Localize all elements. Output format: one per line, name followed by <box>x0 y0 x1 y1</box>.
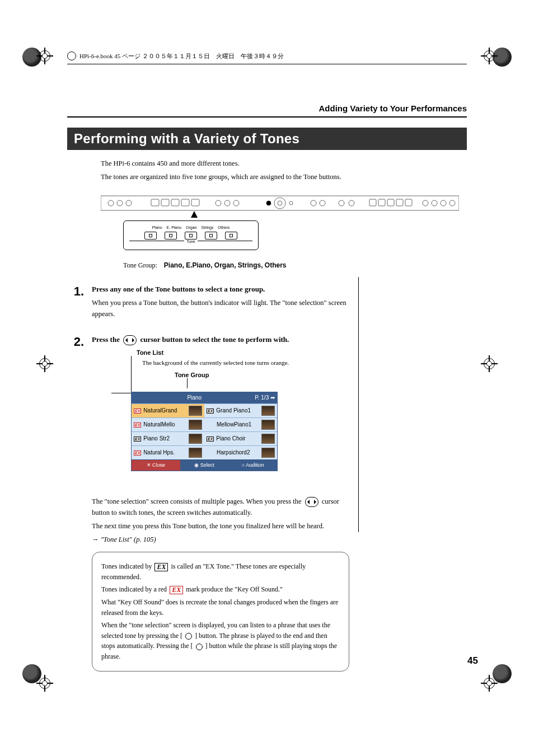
step-lead: Press any one of the Tone buttons to sel… <box>92 284 349 295</box>
tone-buttons-illustration: Piano E. Piano Organ Strings Others Tone <box>123 220 259 250</box>
screen-footer-close: ✕ Close <box>132 460 180 470</box>
page-number: 45 <box>467 655 478 666</box>
tone-group-value: Piano, E.Piano, Organ, Strings, Others <box>164 261 287 269</box>
callout-line <box>187 378 188 388</box>
tone-name: Piano Str2 <box>143 434 186 443</box>
tone-name: Grand Piano1 <box>216 406 259 415</box>
ref-line: → "Tone List" (p. 105) <box>92 534 349 545</box>
tone-thumb-icon <box>189 420 202 430</box>
tone-list-label: Tone List <box>137 348 163 358</box>
tone-name: NaturalMello <box>143 420 186 429</box>
tone-group-label: Tone Group: <box>123 261 157 269</box>
tone-button-icon <box>225 232 237 240</box>
registration-mark <box>39 678 50 689</box>
registration-mark <box>484 358 495 369</box>
globe-icon <box>67 51 76 60</box>
ex-red-icon: EX <box>134 450 141 456</box>
tone-list-caption: The background of the currently selected… <box>142 358 289 368</box>
tone-name: NaturalGrand <box>143 406 186 415</box>
tone-cell: EXPiano Choir <box>204 431 277 445</box>
ex-icon: EX <box>207 436 214 442</box>
step-lead-pre: Press the <box>92 335 121 344</box>
corner-ornament <box>22 664 41 683</box>
tone-group-line: Tone Group: Piano, E.Piano, Organ, Strin… <box>123 260 456 271</box>
callout-box: Tones indicated by EX is called an "EX T… <box>92 552 349 671</box>
tone-button-icon <box>144 232 157 240</box>
text: mark produce the "Key Off Sound." <box>186 585 283 593</box>
tone-cell: EXGrand Piano1 <box>204 403 277 417</box>
registration-mark <box>39 358 50 369</box>
step-number: 2. <box>67 332 84 351</box>
control-panel-illustration <box>101 191 456 215</box>
corner-ornament <box>493 664 512 683</box>
text: The "tone selection" screen consists of … <box>92 497 303 505</box>
registration-mark <box>484 678 495 689</box>
tone-thumb-icon <box>189 434 202 444</box>
tone-btn-label: Others <box>218 224 229 231</box>
tone-cell: EXNatural Hps. <box>132 445 204 459</box>
screen-header-center: Piano <box>187 393 202 402</box>
text: Tones indicated by a red <box>101 585 168 593</box>
tone-name: MellowPiano1 <box>217 420 259 429</box>
step-number: 1. <box>67 281 84 301</box>
tone-name: Piano Choir <box>216 434 259 443</box>
ex-red-icon: EX <box>170 586 183 594</box>
tone-name: Harpsichord2 <box>217 448 259 457</box>
step-lead-post: cursor button to select the tone to perf… <box>140 335 289 344</box>
tone-cell: Harpsichord2 <box>204 445 277 459</box>
page-title: Performing with a Variety of Tones <box>67 128 467 150</box>
arrow-icon: → <box>92 536 99 543</box>
reference: "Tone List" (p. 105) <box>101 536 156 543</box>
tone-thumb-icon <box>189 448 202 458</box>
tone-btn-label: Strings <box>202 224 214 231</box>
corner-ornament <box>22 48 41 67</box>
book-header-text: HPi-6-e.book 45 ページ ２００５年１１月１５日 火曜日 午後３時… <box>79 52 284 60</box>
corner-ornament <box>493 48 512 67</box>
tone-button-icon <box>185 232 197 240</box>
ex-icon: EX <box>154 563 168 571</box>
callout-text: Tones indicated by a red EX mark produce… <box>101 584 340 595</box>
tone-cell: EXPiano Str2 <box>132 431 204 445</box>
tone-thumb-icon <box>261 406 275 416</box>
tone-btn-label: E. Piano <box>167 224 181 231</box>
tone-thumb-icon <box>261 434 275 444</box>
tone-btn-label: Piano <box>152 224 162 231</box>
tone-btn-label: Organ <box>186 224 196 231</box>
svg-point-12 <box>266 201 271 205</box>
screen-header-right: P. 1/3 ➡ <box>255 393 275 402</box>
callout-line <box>131 356 132 393</box>
header-rule <box>67 116 467 118</box>
callout-text: Tones indicated by EX is called an "EX T… <box>101 561 340 582</box>
tone-button-icon <box>205 232 217 240</box>
tone-thumb-icon <box>261 420 275 430</box>
step-lead: Press the cursor button to select the to… <box>92 334 349 346</box>
intro-line: The HPi-6 contains 450 and more differen… <box>101 158 456 169</box>
tone-panel-foot: Tone <box>184 240 197 243</box>
book-header: HPi-6-e.book 45 ページ ２００５年１１月１５日 火曜日 午後３時… <box>67 50 467 64</box>
cursor-icon <box>305 497 318 507</box>
running-head: Adding Variety to Your Performances <box>56 104 467 113</box>
tone-cell: EXNaturalGrand <box>132 403 204 417</box>
tone-cell: MellowPiano1 <box>204 417 277 431</box>
intro-line: The tones are organized into five tone g… <box>101 171 456 182</box>
after-screen-text: The "tone selection" screen consists of … <box>92 496 349 518</box>
ex-icon: EX <box>134 436 141 442</box>
screen-footer-select: ◉ Select <box>180 460 229 470</box>
tone-name: Natural Hps. <box>143 448 186 457</box>
cursor-icon <box>123 335 137 345</box>
circle-button-icon <box>185 633 192 640</box>
tone-selection-screen: Piano P. 1/3 ➡ EXNaturalGrandEXGrand Pia… <box>131 392 278 471</box>
tone-thumb-icon <box>189 406 202 416</box>
step-text: When you press a Tone button, the button… <box>92 297 349 320</box>
after-screen-text: The next time you press this Tone button… <box>92 520 349 532</box>
ex-red-icon: EX <box>134 422 141 428</box>
callout-line <box>111 393 132 393</box>
screen-footer-audition: ○ Audition <box>228 460 277 470</box>
text: Tones indicated by <box>101 562 153 570</box>
tone-thumb-icon <box>261 448 275 458</box>
ex-red-icon: EX <box>134 408 141 414</box>
callout-text: When the "tone selection" screen is disp… <box>101 620 340 661</box>
tone-button-icon <box>165 232 177 240</box>
tone-cell: EXNaturalMello <box>132 417 204 431</box>
tone-group-label: Tone Group <box>175 370 209 381</box>
